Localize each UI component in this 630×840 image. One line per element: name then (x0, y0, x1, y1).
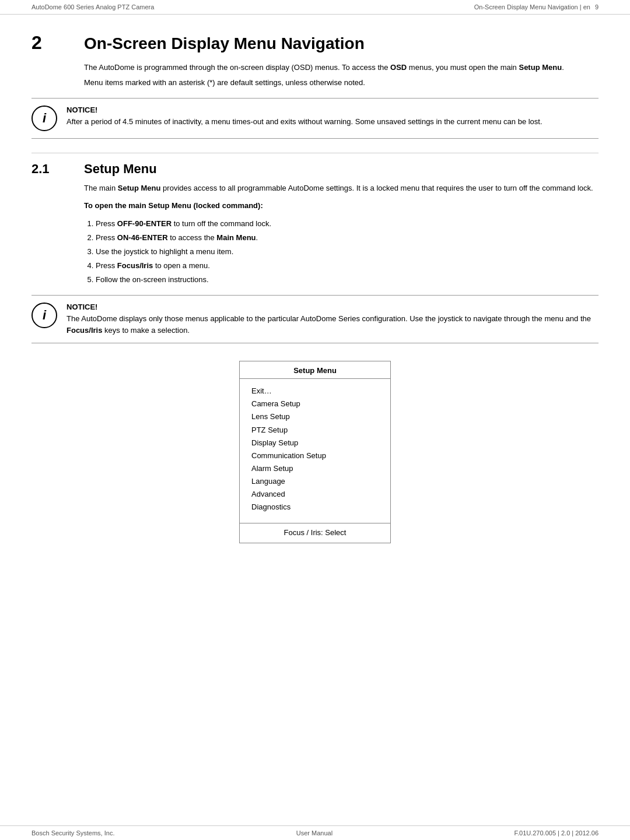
step2-bold: ON-46-ENTER (117, 233, 168, 242)
notice-box-1: i NOTICE! After a period of 4.5 minutes … (32, 98, 598, 139)
chapter-header: 2 On-Screen Display Menu Navigation (32, 32, 598, 54)
chapter-title: On-Screen Display Menu Navigation (84, 34, 365, 53)
step-1: Press OFF-90-ENTER to turn off the comma… (96, 218, 598, 230)
main-content: 2 On-Screen Display Menu Navigation The … (0, 15, 630, 578)
menu-item-language[interactable]: Language (251, 475, 384, 488)
footer-right: F.01U.270.005 | 2.0 | 2012.06 (514, 830, 598, 837)
step1-bold: OFF-90-ENTER (117, 219, 172, 228)
notice-content-2: NOTICE! The AutoDome displays only those… (66, 303, 598, 336)
menu-box-title: Setup Menu (240, 361, 390, 379)
steps-list: Press OFF-90-ENTER to turn off the comma… (96, 218, 598, 286)
intro1-bold-osd: OSD (390, 63, 407, 72)
notice-title-2: NOTICE! (66, 303, 598, 311)
menu-item-lens-setup[interactable]: Lens Setup (251, 410, 384, 423)
notice-icon-2: i (32, 303, 57, 328)
page-footer: Bosch Security Systems, Inc. User Manual… (0, 825, 630, 840)
notice-box-2: i NOTICE! The AutoDome displays only tho… (32, 295, 598, 343)
notice-title-1: NOTICE! (66, 106, 598, 114)
intro1-bold-setup: Setup Menu (519, 63, 562, 72)
header-page: 9 (595, 3, 598, 10)
section-body-2-1: The main Setup Menu provides access to a… (84, 182, 598, 286)
intro1-text: The AutoDome is programmed through the o… (84, 63, 390, 72)
menu-item-advanced[interactable]: Advanced (251, 488, 384, 501)
step4-bold: Focus/Iris (117, 261, 153, 270)
step1-pre: Press (96, 219, 117, 228)
section-para1-rest: provides access to all programmable Auto… (160, 184, 593, 192)
section-para-1: The main Setup Menu provides access to a… (84, 182, 598, 194)
intro1-end: . (562, 63, 564, 72)
header-right: On-Screen Display Menu Navigation | en 9 (474, 3, 598, 10)
menu-box-footer: Focus / Iris: Select (240, 523, 390, 543)
menu-box-items: Exit… Camera Setup Lens Setup PTZ Setup … (240, 379, 390, 519)
notice-content-1: NOTICE! After a period of 4.5 minutes of… (66, 106, 598, 128)
menu-item-ptz-setup[interactable]: PTZ Setup (251, 424, 384, 437)
notice2-bold: Focus/Iris (66, 326, 102, 335)
notice-icon-1: i (32, 106, 57, 131)
step-5: Follow the on-screen instructions. (96, 274, 598, 286)
step2-rest2: . (256, 233, 258, 242)
chapter-number: 2 (32, 32, 61, 54)
step-4: Press Focus/Iris to open a menu. (96, 260, 598, 272)
step-3: Use the joystick to highlight a menu ite… (96, 246, 598, 258)
intro-paragraph-1: The AutoDome is programmed through the o… (84, 62, 598, 73)
footer-center: User Manual (296, 830, 332, 837)
menu-item-display-setup[interactable]: Display Setup (251, 437, 384, 449)
notice-text-1: After a period of 4.5 minutes of inactiv… (66, 116, 598, 128)
page-header: AutoDome 600 Series Analog PTZ Camera On… (0, 0, 630, 15)
menu-item-camera-setup[interactable]: Camera Setup (251, 398, 384, 410)
step2-rest: to access the (168, 233, 217, 242)
step-2: Press ON-46-ENTER to access the Main Men… (96, 232, 598, 244)
step4-pre: Press (96, 261, 117, 270)
notice2-rest: keys to make a selection. (102, 326, 190, 335)
section-para1-bold: Setup Menu (118, 184, 161, 192)
menu-item-communication-setup[interactable]: Communication Setup (251, 449, 384, 462)
steps-header: To open the main Setup Menu (locked comm… (84, 200, 598, 212)
section-para1-pre: The main (84, 184, 118, 192)
menu-item-exit[interactable]: Exit… (251, 385, 384, 398)
menu-item-alarm-setup[interactable]: Alarm Setup (251, 462, 384, 475)
footer-left: Bosch Security Systems, Inc. (32, 830, 114, 837)
step4-rest: to open a menu. (153, 261, 210, 270)
intro1-rest: menus, you must open the main (407, 63, 519, 72)
section-title-2-1: Setup Menu (84, 161, 157, 177)
step2-pre: Press (96, 233, 117, 242)
setup-menu-box: Setup Menu Exit… Camera Setup Lens Setup… (239, 361, 391, 543)
header-left: AutoDome 600 Series Analog PTZ Camera (32, 3, 154, 10)
step1-rest: to turn off the command lock. (172, 219, 271, 228)
menu-item-diagnostics[interactable]: Diagnostics (251, 501, 384, 514)
section-number-2-1: 2.1 (32, 161, 61, 177)
notice-text-2: The AutoDome displays only those menus a… (66, 313, 598, 336)
header-section: On-Screen Display Menu Navigation | en (474, 3, 590, 10)
notice2-pre: The AutoDome displays only those menus a… (66, 314, 591, 323)
intro-paragraph-2: Menu items marked with an asterisk (*) a… (84, 77, 598, 89)
step2-bold2: Main Menu (216, 233, 256, 242)
section-header-2-1: 2.1 Setup Menu (32, 153, 598, 177)
